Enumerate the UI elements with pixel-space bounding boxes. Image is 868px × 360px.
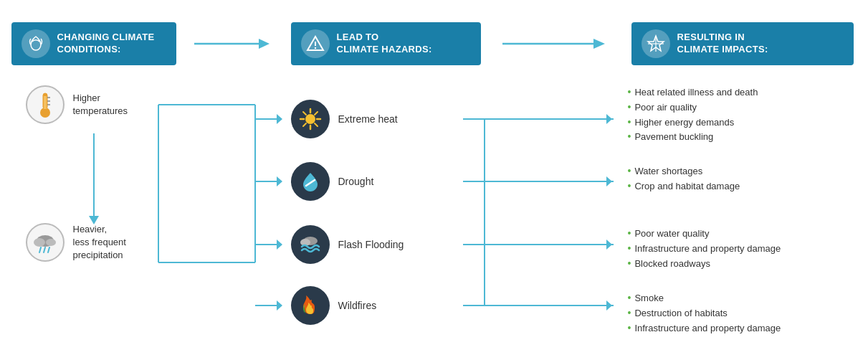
svg-line-46 xyxy=(39,247,41,252)
svg-point-38 xyxy=(40,108,50,118)
impact-item: • Poor water quality xyxy=(628,227,781,242)
impact-item: • Blocked roadways xyxy=(628,257,781,272)
hazards-header-text: LEAD TO CLIMATE HAZARDS: xyxy=(337,32,432,56)
bullet-icon: • xyxy=(628,85,631,100)
bullet-icon: • xyxy=(628,100,631,115)
svg-point-29 xyxy=(314,47,315,49)
svg-line-55 xyxy=(315,123,318,126)
bullet-icon: • xyxy=(628,257,631,271)
hazard-flash-flooding: Flash Flooding xyxy=(291,225,404,264)
sun-icon xyxy=(291,100,330,138)
svg-line-57 xyxy=(303,123,306,126)
svg-point-49 xyxy=(305,114,315,124)
bullet-icon: • xyxy=(628,179,631,194)
hazard-extreme-heat: Extreme heat xyxy=(291,100,398,138)
extreme-heat-label: Extreme heat xyxy=(338,113,398,125)
flash-flooding-label: Flash Flooding xyxy=(338,239,404,250)
impact-item: • Pavement buckling xyxy=(628,130,758,145)
impact-item: • Poor air quality xyxy=(628,100,758,115)
svg-line-56 xyxy=(315,112,318,115)
bullet-icon: • xyxy=(628,164,631,179)
hazards-icon xyxy=(301,29,330,58)
hazard-wildfires: Wildfires xyxy=(291,286,377,325)
bullet-icon: • xyxy=(628,321,631,336)
impacts-drought: • Water shortages • Crop and habitat dam… xyxy=(628,164,740,194)
bullet-icon: • xyxy=(628,242,631,256)
impact-item: • Crop and habitat damage xyxy=(628,179,740,194)
diagram: CHANGING CLIMATE CONDITIONS: LEAD TO CLI… xyxy=(11,8,857,352)
header-arrow-1 xyxy=(176,22,291,65)
impact-item: • Water shortages xyxy=(628,164,740,179)
svg-point-44 xyxy=(34,238,45,247)
svg-line-54 xyxy=(303,112,306,115)
svg-marker-24 xyxy=(606,300,612,311)
impact-item: • Infrastructure and property damage xyxy=(628,242,781,257)
impacts-extreme-heat: • Heat related illness and death • Poor … xyxy=(628,85,758,145)
thermometer-icon xyxy=(26,85,65,124)
bullet-icon: • xyxy=(628,115,631,130)
hazards-header: LEAD TO CLIMATE HAZARDS: xyxy=(291,22,481,65)
header-arrow-2 xyxy=(481,22,631,65)
precipitation-label: Heavier, less frequent precipitation xyxy=(73,223,126,262)
conditions-header: CHANGING CLIMATE CONDITIONS: xyxy=(11,22,176,65)
impacts-header-text: RESULTING IN CLIMATE IMPACTS: xyxy=(677,32,768,56)
impacts-wildfires: • Smoke • Destruction of habitats • Infr… xyxy=(628,291,781,336)
impacts-icon xyxy=(642,29,670,58)
hazard-drought: Drought xyxy=(291,162,374,201)
svg-marker-8 xyxy=(277,114,282,124)
impact-item: • Smoke xyxy=(628,291,781,306)
drought-icon xyxy=(291,162,330,201)
bullet-icon: • xyxy=(628,306,631,321)
condition-higher-temps: Higher temperatures xyxy=(26,85,128,124)
svg-marker-36 xyxy=(593,39,605,49)
cloud-rain-icon xyxy=(26,223,65,262)
svg-rect-39 xyxy=(44,96,47,109)
bullet-icon: • xyxy=(628,130,631,144)
svg-line-47 xyxy=(44,247,45,252)
impact-item: • Heat related illness and death xyxy=(628,85,758,100)
impacts-header: RESULTING IN CLIMATE IMPACTS: xyxy=(631,22,854,65)
svg-point-45 xyxy=(46,239,56,246)
svg-marker-10 xyxy=(277,240,282,250)
svg-marker-23 xyxy=(606,240,612,250)
impact-item: • Higher energy demands xyxy=(628,115,758,131)
drought-label: Drought xyxy=(338,176,374,187)
conditions-icon xyxy=(22,29,50,58)
condition-precipitation: Heavier, less frequent precipitation xyxy=(26,223,126,262)
svg-line-48 xyxy=(48,247,49,252)
svg-marker-21 xyxy=(606,114,612,124)
fire-icon xyxy=(291,286,330,325)
svg-marker-11 xyxy=(277,300,282,311)
svg-marker-9 xyxy=(277,176,282,186)
conditions-header-text: CHANGING CLIMATE CONDITIONS: xyxy=(57,32,155,56)
wildfires-label: Wildfires xyxy=(338,300,377,311)
higher-temps-label: Higher temperatures xyxy=(73,92,128,118)
svg-marker-31 xyxy=(259,39,270,49)
bullet-icon: • xyxy=(628,291,631,305)
svg-marker-22 xyxy=(606,176,612,186)
impact-item: • Infrastructure and property damage xyxy=(628,321,781,336)
flood-icon xyxy=(291,225,330,264)
bullet-icon: • xyxy=(628,227,631,241)
impact-item: • Destruction of habitats xyxy=(628,306,781,321)
impacts-flash-flooding: • Poor water quality • Infrastructure an… xyxy=(628,227,781,271)
